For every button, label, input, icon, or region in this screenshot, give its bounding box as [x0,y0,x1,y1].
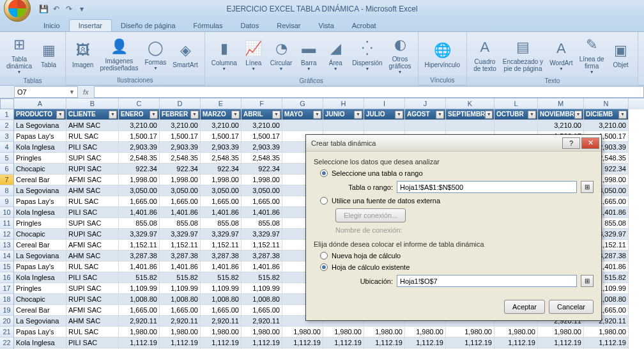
filter-dropdown-icon[interactable]: ▼ [354,111,362,119]
col-header-I[interactable]: I [364,98,405,109]
cell[interactable] [446,120,494,131]
cell[interactable]: 515.82 [160,272,201,283]
ok-button[interactable]: Aceptar [504,300,545,314]
cell[interactable]: 1,401.86 [241,261,282,272]
row-header[interactable]: 16 [0,272,14,283]
cell[interactable]: SUPI SAC [66,218,119,229]
cell[interactable] [323,120,364,131]
cell[interactable]: PILI SAC [66,207,119,218]
cell[interactable]: 1,980.00 [405,327,446,337]
cell[interactable]: 922.34 [241,164,282,174]
cell[interactable]: 1,500.17 [119,131,160,142]
ribbon-btn-formas[interactable]: ◯Formas▼ [142,36,169,72]
cell[interactable]: 3,287.38 [241,251,282,261]
cell[interactable]: 1,401.86 [160,261,201,272]
cancel-button[interactable]: Cancelar [549,300,594,314]
cell[interactable]: 3,329.97 [119,229,160,240]
ribbon-tab-acrobat[interactable]: Acrobat [343,20,385,31]
ribbon-tab-vista[interactable]: Vista [310,20,343,31]
cell[interactable]: 1,665.00 [160,196,201,207]
col-header-E[interactable]: E [201,98,241,109]
cell[interactable]: 1,109.99 [201,283,241,294]
row-header[interactable]: 7 [0,174,14,185]
cell[interactable]: 515.82 [119,272,160,283]
cell[interactable]: 1,665.00 [119,305,160,316]
cell[interactable]: 3,210.00 [160,120,201,131]
cell[interactable]: 2,903.39 [201,142,241,153]
cell[interactable]: 1,152.11 [241,240,282,251]
save-icon[interactable]: 💾 [38,4,49,14]
cell[interactable]: AHM SAC [66,251,119,261]
row-header[interactable]: 15 [0,261,14,272]
cell[interactable]: 1,112.19 [323,337,364,348]
ribbon-tab-diseño-de-página[interactable]: Diseño de página [112,20,185,31]
location-select-icon[interactable]: ⊞ [581,275,594,287]
cell[interactable]: Papas Lay's [14,261,66,272]
cell[interactable]: 1,112.19 [119,337,160,348]
ribbon-btn-wordart[interactable]: AWordArt▼ [547,37,576,72]
cell[interactable]: La Segoviana [14,120,66,131]
cell[interactable]: 922.34 [119,164,160,174]
fx-icon[interactable]: fx [78,88,94,96]
filter-dropdown-icon[interactable]: ▼ [231,111,240,119]
cell[interactable]: 1,998.00 [160,174,201,185]
cell[interactable]: 1,980.00 [160,327,201,337]
ribbon-tab-insertar[interactable]: Insertar [69,19,112,31]
cell[interactable]: 3,210.00 [241,120,282,131]
filter-dropdown-icon[interactable]: ▼ [528,111,536,119]
cell[interactable]: AFMI SAC [66,174,119,185]
cell[interactable]: 3,210.00 [119,120,160,131]
filter-dropdown-icon[interactable]: ▼ [190,111,199,119]
col-header-C[interactable]: C [119,98,160,109]
ribbon-btn-circular[interactable]: ◔Circular▼ [268,37,295,72]
cell[interactable] [364,120,405,131]
filter-dropdown-icon[interactable]: ▼ [109,111,117,119]
ribbon-btn-cuadro[interactable]: ACuadro de texto [471,36,499,74]
col-header-M[interactable]: M [538,98,584,109]
row-header[interactable]: 22 [0,337,14,348]
cell[interactable]: 1,109.99 [160,283,201,294]
cell[interactable]: Chocapic [14,294,66,305]
cell[interactable]: 3,287.38 [201,251,241,261]
cell[interactable]: AHM SAC [66,316,119,327]
row-header[interactable]: 2 [0,120,14,131]
cell[interactable]: Kola Inglesa [14,142,66,153]
cell[interactable]: 1,980.00 [494,327,538,337]
row-header[interactable]: 6 [0,164,14,174]
ribbon-tab-inicio[interactable]: Inicio [34,20,69,31]
ribbon-btn-imagen[interactable]: 🖼Imagen [70,39,96,70]
cell[interactable]: 1,112.19 [241,337,282,348]
col-header-L[interactable]: L [494,98,538,109]
row-header[interactable]: 5 [0,153,14,164]
cell[interactable]: 1,152.11 [160,240,201,251]
filter-dropdown-icon[interactable]: ▼ [436,111,444,119]
cell[interactable]: 3,050.00 [119,185,160,196]
col-header-A[interactable]: A [14,98,66,109]
undo-icon[interactable]: ↶ [51,4,61,14]
cell[interactable]: 1,998.00 [119,174,160,185]
range-input[interactable]: Hoja1!$A$1:$N$500 [397,181,577,193]
cell[interactable]: 1,401.86 [160,207,201,218]
dialog-titlebar[interactable]: Crear tabla dinámica ? ✕ [306,135,601,151]
cell[interactable]: Pringles [14,283,66,294]
cell[interactable]: 1,112.19 [584,337,629,348]
col-header-B[interactable]: B [66,98,119,109]
cell[interactable]: 1,980.00 [584,327,629,337]
cell[interactable]: RUL SAC [66,327,119,337]
cell[interactable]: 1,998.00 [241,174,282,185]
cell[interactable]: 922.34 [201,164,241,174]
cell[interactable]: 1,980.00 [282,327,323,337]
cell[interactable]: AFMI SAC [66,240,119,251]
cell[interactable]: Papas Lay's [14,196,66,207]
cell[interactable]: RUL SAC [66,196,119,207]
cell[interactable]: 2,548.35 [119,153,160,164]
location-input[interactable]: Hoja1!$O$7 [397,275,577,287]
col-header-K[interactable]: K [446,98,494,109]
cell[interactable]: 2,903.39 [119,142,160,153]
cell[interactable]: Papas Lay's [14,327,66,337]
cell[interactable]: 1,980.00 [323,327,364,337]
row-header[interactable]: 20 [0,316,14,327]
cell[interactable]: La Segoviana [14,316,66,327]
cell[interactable]: 1,112.19 [201,337,241,348]
col-header-H[interactable]: H [323,98,364,109]
